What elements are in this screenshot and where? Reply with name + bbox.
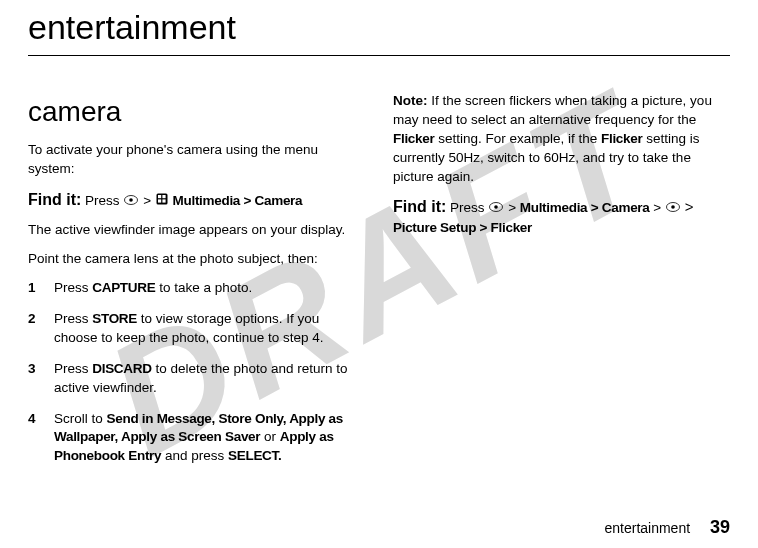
key-discard: DISCARD <box>92 361 151 376</box>
step-pre: Press <box>54 280 92 295</box>
step-pre: Scroll to <box>54 411 107 426</box>
step-3: 3 Press DISCARD to delete the photo and … <box>28 360 365 398</box>
flicker-term: Flicker <box>601 131 642 146</box>
flicker-term: Flicker <box>393 131 434 146</box>
press-text: Press <box>450 200 485 215</box>
key-store: STORE <box>92 311 137 326</box>
step-body: Press DISCARD to delete the photo and re… <box>54 360 365 398</box>
page-title: entertainment <box>28 0 730 56</box>
find-it-label: Find it: <box>393 198 446 215</box>
step-number: 3 <box>28 360 54 398</box>
gt-sep-wide: > <box>685 198 694 215</box>
key-select: SELECT. <box>228 448 281 463</box>
navkey-icon <box>666 199 680 218</box>
gt-sep: > <box>508 200 516 215</box>
find-it-line-right: Find it: Press > Multimedia > Camera > >… <box>393 196 730 237</box>
step-4: 4 Scroll to Send in Message, Store Only,… <box>28 410 365 467</box>
multimedia-icon <box>156 192 168 211</box>
note-pre: If the screen flickers when taking a pic… <box>393 93 712 127</box>
svg-point-10 <box>671 206 675 210</box>
step-post: to take a photo. <box>155 280 252 295</box>
step-mid: or <box>260 429 280 444</box>
find-it-line-left: Find it: Press > Multimedia > Camera <box>28 189 365 211</box>
navkey-icon <box>124 192 138 211</box>
section-heading-camera: camera <box>28 92 365 131</box>
svg-rect-3 <box>158 195 161 198</box>
note-label: Note: <box>393 93 428 108</box>
page-footer: entertainment 39 <box>604 517 730 538</box>
page-content: entertainment camera To activate your ph… <box>0 0 758 478</box>
step-pre: Press <box>54 361 92 376</box>
step-body: Press CAPTURE to take a photo. <box>54 279 365 298</box>
note-paragraph: Note: If the screen flickers when taking… <box>393 92 730 186</box>
step-pre: Press <box>54 311 92 326</box>
menu-path: Multimedia > Camera <box>173 193 303 208</box>
viewfinder-text: The active viewfinder image appears on y… <box>28 221 365 240</box>
svg-rect-6 <box>162 199 165 202</box>
svg-point-1 <box>130 198 134 202</box>
menu-path-1: Multimedia > Camera <box>520 200 650 215</box>
left-column: camera To activate your phone's camera u… <box>28 92 365 478</box>
footer-section: entertainment <box>604 520 690 536</box>
menu-path-2: Picture Setup > Flicker <box>393 220 532 235</box>
step-number: 4 <box>28 410 54 467</box>
navkey-icon <box>489 199 503 218</box>
step-2: 2 Press STORE to view storage options. I… <box>28 310 365 348</box>
two-column-layout: camera To activate your phone's camera u… <box>28 92 730 478</box>
gt-sep: > <box>653 200 661 215</box>
right-column: Note: If the screen flickers when taking… <box>393 92 730 478</box>
steps-list: 1 Press CAPTURE to take a photo. 2 Press… <box>28 279 365 466</box>
intro-text: To activate your phone's camera using th… <box>28 141 365 179</box>
step-1: 1 Press CAPTURE to take a photo. <box>28 279 365 298</box>
step-number: 2 <box>28 310 54 348</box>
find-it-label: Find it: <box>28 191 81 208</box>
svg-rect-5 <box>158 199 161 202</box>
step-post2: and press <box>161 448 228 463</box>
press-text: Press <box>85 193 120 208</box>
svg-point-8 <box>495 206 499 210</box>
step-number: 1 <box>28 279 54 298</box>
step-body: Scroll to Send in Message, Store Only, A… <box>54 410 365 467</box>
point-camera-text: Point the camera lens at the photo subje… <box>28 250 365 269</box>
svg-rect-4 <box>162 195 165 198</box>
gt-sep: > <box>143 193 151 208</box>
footer-page-number: 39 <box>710 517 730 537</box>
note-mid: setting. For example, if the <box>434 131 601 146</box>
step-body: Press STORE to view storage options. If … <box>54 310 365 348</box>
key-capture: CAPTURE <box>92 280 155 295</box>
